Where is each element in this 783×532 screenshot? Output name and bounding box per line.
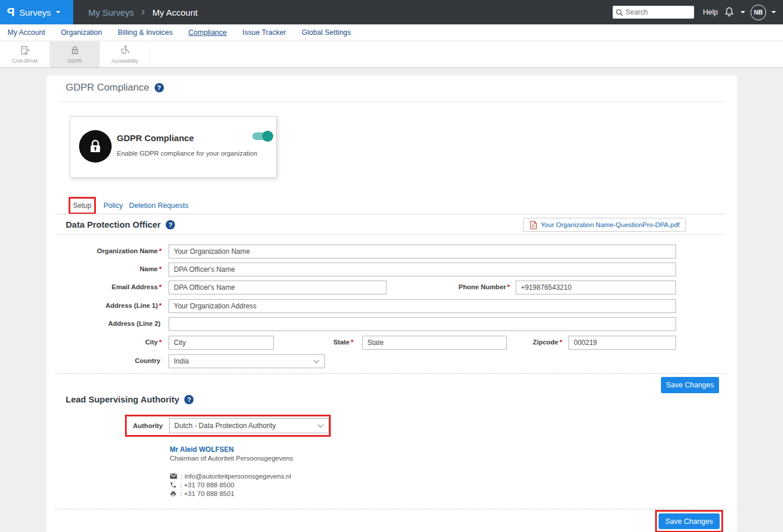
authority-fax-text: : +31 70 888 8501 xyxy=(180,490,234,497)
document-pencil-icon xyxy=(19,45,31,56)
questionpro-logo-icon: P xyxy=(7,6,15,19)
lsa-heading-text: Lead Supervising Authority xyxy=(66,394,179,404)
account-nav: My Account Organization Billing & Invoic… xyxy=(0,24,783,41)
authority-select[interactable]: Dutch - Data Protection Authority xyxy=(169,418,329,433)
save-annotation-box: Save Changes xyxy=(655,510,723,532)
chevron-down-icon xyxy=(313,360,320,364)
tab-setup[interactable]: Setup xyxy=(69,197,96,214)
breadcrumb: My Surveys My Account xyxy=(88,8,198,17)
dpo-divider xyxy=(55,234,725,235)
lsa-heading: Lead Supervising Authority ? xyxy=(66,394,194,404)
authority-phone-text: : +31 70 888 8500 xyxy=(180,481,234,488)
page-title: GDPR Compliance ? xyxy=(66,82,164,94)
title-divider xyxy=(58,102,725,102)
tab-deletion-requests[interactable]: Deletion Requests xyxy=(129,202,188,210)
section-dashed-divider xyxy=(55,373,725,374)
account-caret-icon[interactable] xyxy=(771,11,776,13)
product-menu[interactable]: P Surveys xyxy=(0,0,73,24)
fax-icon xyxy=(170,490,177,497)
avatar-initials: NB xyxy=(754,9,763,16)
padlock-icon xyxy=(69,45,81,56)
tab-policy[interactable]: Policy xyxy=(103,202,123,210)
tabs-divider xyxy=(55,214,725,214)
breadcrumb-separator-icon xyxy=(141,9,145,16)
authority-email-text: : info@autoriteitpersoonsgegevens.nl xyxy=(181,473,291,480)
search-input[interactable] xyxy=(625,8,691,16)
required-asterisk: * xyxy=(560,339,562,346)
tab-accessibility-label: Accessibility xyxy=(111,58,138,64)
name-label: Name* xyxy=(63,265,162,272)
nav-compliance[interactable]: Compliance xyxy=(188,28,227,37)
nav-billing-invoices[interactable]: Billing & Invoices xyxy=(118,28,173,37)
dpo-save-changes-button[interactable]: Save Changes xyxy=(661,377,719,393)
authority-fax-line: : +31 70 888 8501 xyxy=(170,490,234,497)
dpa-pdf-button[interactable]: Your Organization Name-QuestionPro-DPA.p… xyxy=(523,218,686,232)
required-asterisk: * xyxy=(159,339,162,346)
name-label-text: Name xyxy=(140,265,158,272)
authority-contact-title: Chairman of Autoriteit Persoonsgegevens xyxy=(170,455,293,462)
breadcrumb-my-surveys[interactable]: My Surveys xyxy=(88,8,134,17)
phone-number-label: Phone Number* xyxy=(411,283,510,290)
required-asterisk: * xyxy=(507,283,510,290)
dpa-pdf-label: Your Organization Name-QuestionPro-DPA.p… xyxy=(541,221,680,228)
nav-global-settings[interactable]: Global Settings xyxy=(302,28,351,37)
topbar: P Surveys My Surveys My Account Help NB xyxy=(0,0,783,24)
help-icon[interactable]: ? xyxy=(155,83,164,92)
country-select[interactable]: India xyxy=(169,354,325,368)
gdpr-card-subtitle: Enable GDPR compliance for your organiza… xyxy=(117,150,258,157)
search-icon xyxy=(616,9,623,16)
country-select-value: India xyxy=(174,357,189,365)
lsa-help-icon[interactable]: ? xyxy=(184,395,194,404)
dpo-heading: Data Protection Officer ? xyxy=(66,220,175,229)
zipcode-label: Zipcode* xyxy=(463,339,562,346)
tab-setup-label: Setup xyxy=(73,202,91,210)
page-title-text: GDPR Compliance xyxy=(66,82,149,94)
gdpr-card-title: GDPR Compliance xyxy=(117,133,194,143)
nav-my-account[interactable]: My Account xyxy=(8,28,45,37)
nav-issue-tracker[interactable]: Issue Tracker xyxy=(242,28,286,37)
tab-gdpr-label: GDPR xyxy=(67,58,82,64)
organization-name-label: Organization Name* xyxy=(63,247,162,254)
topbar-right: Help NB xyxy=(613,5,783,20)
authority-label: Authority xyxy=(127,422,163,429)
address-line1-input[interactable] xyxy=(169,299,676,313)
content-panel: GDPR Compliance ? GDPR Compliance Enable… xyxy=(47,76,737,532)
state-label: State* xyxy=(255,339,353,346)
tab-gdpr[interactable]: GDPR xyxy=(50,41,100,67)
dpo-help-icon[interactable]: ? xyxy=(166,220,175,229)
authority-contact-name[interactable]: Mr Aleid WOLFSEN xyxy=(170,445,234,454)
nav-organization[interactable]: Organization xyxy=(61,28,102,37)
organization-name-input[interactable] xyxy=(169,245,676,258)
avatar[interactable]: NB xyxy=(750,5,766,20)
bell-icon[interactable] xyxy=(723,6,735,19)
address-line1-label: Address (Line 1)* xyxy=(63,302,162,309)
tab-can-spam[interactable]: CAN-SPAM xyxy=(0,41,50,67)
country-label: Country xyxy=(63,357,162,364)
help-link[interactable]: Help xyxy=(703,8,718,16)
state-label-text: State xyxy=(333,339,349,346)
required-asterisk: * xyxy=(159,247,162,254)
zipcode-input[interactable] xyxy=(569,336,676,350)
phone-number-input[interactable] xyxy=(516,281,676,294)
city-label-text: City xyxy=(145,339,158,346)
city-label: City* xyxy=(63,339,162,346)
compliance-icon-tabs: CAN-SPAM GDPR Accessibility xyxy=(0,41,783,68)
email-address-input[interactable] xyxy=(169,281,387,294)
authority-annotation-box: Authority Dutch - Data Protection Author… xyxy=(125,415,331,437)
chevron-down-icon xyxy=(56,11,60,13)
breadcrumb-my-account: My Account xyxy=(152,8,198,17)
gdpr-toggle[interactable] xyxy=(252,132,271,140)
authority-email-line: : info@autoriteitpersoonsgegevens.nl xyxy=(170,473,291,480)
address-line2-label: Address (Line 2) xyxy=(63,320,162,327)
dpo-heading-text: Data Protection Officer xyxy=(66,220,160,229)
country-label-text: Country xyxy=(135,357,160,364)
address-line2-label-text: Address (Line 2) xyxy=(108,320,160,327)
address-line2-input[interactable] xyxy=(169,317,676,331)
tab-can-spam-label: CAN-SPAM xyxy=(12,58,37,64)
organization-name-label-text: Organization Name xyxy=(97,247,158,254)
name-input[interactable] xyxy=(169,263,676,276)
lsa-save-changes-button[interactable]: Save Changes xyxy=(659,513,720,529)
bottom-dashed-divider xyxy=(55,509,725,509)
notifications-caret-icon[interactable] xyxy=(741,11,745,13)
tab-accessibility[interactable]: Accessibility xyxy=(100,41,150,67)
